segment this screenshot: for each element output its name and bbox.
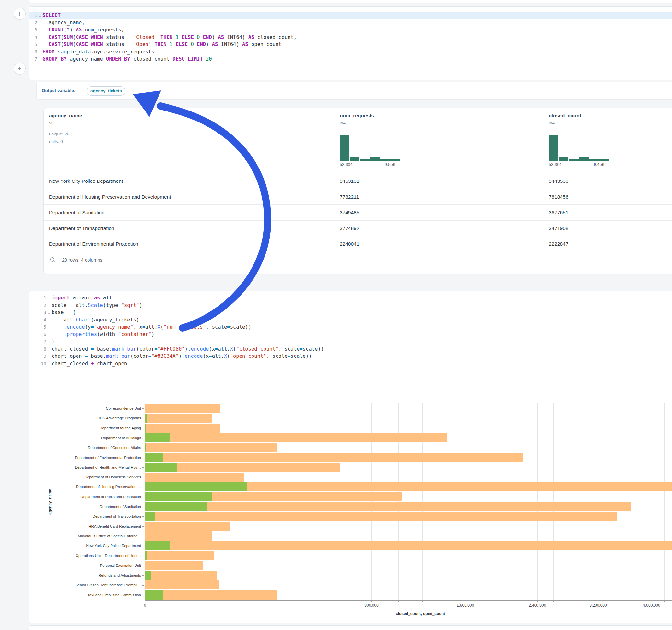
y-axis-tick-label: Department of Consumer Affairs bbox=[45, 443, 141, 453]
column-header-num_requests[interactable]: num_requestsi64 bbox=[340, 113, 374, 125]
x-axis-tick bbox=[341, 600, 341, 602]
y-axis-tick bbox=[142, 467, 144, 468]
table-cell: Department of Environmental Protection bbox=[49, 236, 138, 252]
table-cell: 2222847 bbox=[549, 236, 568, 252]
column-dtype: i64 bbox=[549, 121, 581, 125]
x-axis-tick bbox=[465, 600, 466, 602]
bar-open-count bbox=[145, 463, 177, 472]
table-row: Department of Transportation377489234719… bbox=[44, 220, 672, 237]
fold-spacer bbox=[37, 34, 43, 41]
code-token: CASE bbox=[76, 34, 88, 41]
bar-closed-count bbox=[145, 413, 212, 422]
code-token bbox=[43, 34, 49, 41]
line-number: 6 bbox=[29, 48, 37, 56]
output-variable-pill[interactable]: agency_tickets bbox=[87, 86, 125, 96]
table-row: New York City Police Department945313194… bbox=[44, 173, 672, 189]
bar-open-count bbox=[145, 433, 170, 442]
table-cell: 9443533 bbox=[549, 173, 568, 189]
x-axis-tick bbox=[371, 600, 372, 602]
y-axis-tick-label: Department of Transportation bbox=[45, 511, 141, 521]
code-token bbox=[172, 34, 175, 41]
code-token: LIMIT bbox=[188, 55, 203, 63]
x-axis-tick bbox=[423, 600, 423, 602]
y-axis-tick-label: Senior Citizen Rent Increase Exempti… bbox=[45, 580, 141, 590]
code-token: open_count bbox=[248, 41, 282, 48]
x-axis-tick bbox=[537, 600, 538, 602]
y-axis-tick-label: Department for the Aging bbox=[45, 423, 141, 433]
code-token: AS bbox=[248, 34, 255, 41]
fold-spacer bbox=[37, 41, 43, 48]
code-token: status bbox=[103, 41, 127, 48]
table-cell: 7618456 bbox=[549, 189, 568, 205]
code-token: WHEN bbox=[91, 34, 103, 41]
bar-closed-count bbox=[145, 512, 617, 521]
add-cell-button-output[interactable]: + bbox=[14, 63, 26, 75]
bar-closed-count bbox=[145, 580, 219, 589]
chart-gridline bbox=[521, 404, 521, 600]
histogram-range-labels: 53,3049.5e6 bbox=[340, 162, 400, 167]
y-axis-tick bbox=[142, 585, 144, 586]
table-cell: New York City Police Department bbox=[49, 173, 123, 189]
chart-gridline bbox=[664, 404, 665, 600]
column-header-closed_count[interactable]: closed_counti64 bbox=[549, 113, 581, 125]
code-token bbox=[43, 41, 49, 48]
bar-closed-count bbox=[145, 443, 278, 452]
dataframe-preview: agency_namestrunique: 20nulls: 0num_requ… bbox=[44, 108, 672, 274]
column-header-agency_name[interactable]: agency_namestrunique: 20nulls: 0 bbox=[49, 113, 82, 145]
code-token bbox=[178, 34, 182, 41]
y-axis-tick-label: Operations Unit - Department of Hom… bbox=[45, 551, 141, 561]
chart-gridline bbox=[445, 404, 445, 600]
column-dtype: str bbox=[49, 121, 82, 125]
bar-open-count bbox=[145, 443, 146, 452]
sql-code-editor[interactable]: 1⌄SELECT 2 agency_name,3 COUNT(*) AS num… bbox=[29, 12, 672, 63]
code-line: 2 agency_name, bbox=[29, 19, 672, 27]
chart-gridline bbox=[537, 404, 538, 600]
histogram-range-labels: 53,3049.4e6 bbox=[549, 162, 609, 167]
table-cell: Department of Housing Preservation and D… bbox=[49, 189, 171, 205]
code-token: * bbox=[67, 26, 70, 34]
chart-gridline bbox=[612, 404, 613, 600]
fold-spacer bbox=[37, 48, 43, 56]
x-axis-tick bbox=[399, 600, 399, 602]
output-variable-label: Output variable: bbox=[42, 88, 75, 93]
histogram-max-label: 9.5e6 bbox=[384, 162, 395, 167]
code-token: ( bbox=[73, 41, 75, 48]
table-row: Department of Sanitation37494853677651 bbox=[44, 204, 672, 221]
code-token: CAST bbox=[49, 34, 61, 41]
code-token bbox=[151, 41, 154, 48]
line-number: 2 bbox=[29, 19, 37, 27]
code-token: ( bbox=[73, 34, 75, 41]
code-token: ) bbox=[70, 26, 76, 34]
line-number: 7 bbox=[29, 55, 37, 63]
code-token: INT64) bbox=[218, 41, 242, 48]
chart-gridline bbox=[569, 404, 569, 600]
y-axis-tick-label: Department of Buildings bbox=[45, 433, 141, 443]
line-number: 3 bbox=[29, 26, 37, 34]
x-axis-tick bbox=[553, 600, 554, 602]
add-cell-button-top[interactable]: + bbox=[14, 8, 26, 20]
x-axis-tick bbox=[145, 600, 145, 602]
code-token bbox=[61, 12, 64, 19]
y-axis-tick bbox=[142, 408, 144, 409]
code-token bbox=[188, 41, 191, 48]
search-icon[interactable] bbox=[50, 257, 56, 263]
chart-gridline bbox=[639, 404, 639, 600]
chart-gridline bbox=[652, 404, 652, 600]
bar-closed-count bbox=[145, 433, 447, 442]
fold-chevron-down-icon[interactable]: ⌄ bbox=[37, 12, 43, 19]
x-axis-tick-label: 3,200,000 bbox=[589, 603, 606, 608]
x-axis-tick-label: 4,000,000 bbox=[643, 603, 660, 608]
x-axis-tick bbox=[258, 600, 258, 602]
bar-open-count bbox=[145, 512, 154, 521]
table-row: Department of Environmental Protection22… bbox=[44, 236, 672, 252]
code-token: ) bbox=[206, 41, 212, 48]
table-cell: 3677651 bbox=[549, 205, 568, 221]
code-token bbox=[194, 34, 197, 41]
code-token: 20 bbox=[206, 55, 212, 63]
code-token: sample_data.nyc.service_requests bbox=[54, 48, 154, 56]
chart-gridline bbox=[503, 404, 503, 600]
bar-closed-count bbox=[145, 502, 631, 511]
bar-open-count bbox=[145, 551, 147, 560]
x-axis-title: closed_count, open_count bbox=[145, 611, 672, 616]
code-token: AS bbox=[218, 34, 224, 41]
